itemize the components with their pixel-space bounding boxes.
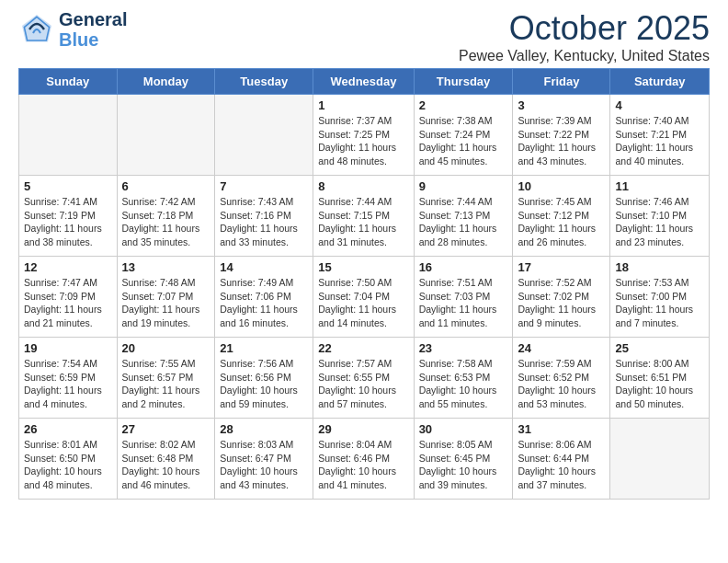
day-info: Sunrise: 7:38 AM Sunset: 7:24 PM Dayligh… [419, 114, 508, 168]
day-number: 21 [220, 341, 308, 355]
day-info: Sunrise: 7:43 AM Sunset: 7:16 PM Dayligh… [220, 195, 308, 249]
day-info: Sunrise: 8:01 AM Sunset: 6:50 PM Dayligh… [24, 438, 112, 492]
day-info: Sunrise: 7:47 AM Sunset: 7:09 PM Dayligh… [24, 276, 112, 330]
day-info: Sunrise: 7:44 AM Sunset: 7:15 PM Dayligh… [318, 195, 408, 249]
calendar-table: SundayMondayTuesdayWednesdayThursdayFrid… [18, 68, 710, 500]
calendar-day-header: Saturday [610, 69, 710, 95]
day-info: Sunrise: 8:04 AM Sunset: 6:46 PM Dayligh… [318, 438, 408, 492]
day-number: 23 [419, 341, 508, 355]
calendar-cell: 14Sunrise: 7:49 AM Sunset: 7:06 PM Dayli… [215, 257, 313, 338]
day-number: 5 [24, 179, 112, 193]
logo-general: General [59, 9, 127, 29]
calendar-cell: 12Sunrise: 7:47 AM Sunset: 7:09 PM Dayli… [19, 257, 118, 338]
calendar-week-row: 5Sunrise: 7:41 AM Sunset: 7:19 PM Daylig… [19, 176, 710, 257]
calendar-cell: 24Sunrise: 7:59 AM Sunset: 6:52 PM Dayli… [513, 338, 610, 419]
calendar-cell [610, 419, 710, 500]
day-info: Sunrise: 7:49 AM Sunset: 7:06 PM Dayligh… [220, 276, 308, 330]
day-number: 1 [318, 98, 408, 112]
day-info: Sunrise: 7:52 AM Sunset: 7:02 PM Dayligh… [518, 276, 605, 330]
calendar-week-row: 19Sunrise: 7:54 AM Sunset: 6:59 PM Dayli… [19, 338, 710, 419]
calendar-day-header: Wednesday [313, 69, 414, 95]
day-number: 2 [419, 98, 508, 112]
calendar-cell: 28Sunrise: 8:03 AM Sunset: 6:47 PM Dayli… [215, 419, 313, 500]
day-info: Sunrise: 7:40 AM Sunset: 7:21 PM Dayligh… [615, 114, 704, 168]
day-info: Sunrise: 8:06 AM Sunset: 6:44 PM Dayligh… [518, 438, 605, 492]
calendar-cell: 11Sunrise: 7:46 AM Sunset: 7:10 PM Dayli… [610, 176, 710, 257]
day-info: Sunrise: 8:02 AM Sunset: 6:48 PM Dayligh… [122, 438, 210, 492]
calendar-cell: 6Sunrise: 7:42 AM Sunset: 7:18 PM Daylig… [117, 176, 215, 257]
calendar-cell: 25Sunrise: 8:00 AM Sunset: 6:51 PM Dayli… [610, 338, 710, 419]
calendar-cell: 21Sunrise: 7:56 AM Sunset: 6:56 PM Dayli… [215, 338, 313, 419]
calendar-day-header: Friday [513, 69, 610, 95]
day-number: 15 [318, 260, 408, 274]
day-info: Sunrise: 7:42 AM Sunset: 7:18 PM Dayligh… [122, 195, 210, 249]
calendar-day-header: Sunday [19, 69, 118, 95]
day-number: 12 [24, 260, 112, 274]
calendar-cell [117, 95, 215, 176]
day-info: Sunrise: 7:45 AM Sunset: 7:12 PM Dayligh… [518, 195, 605, 249]
calendar-cell: 26Sunrise: 8:01 AM Sunset: 6:50 PM Dayli… [19, 419, 118, 500]
calendar-cell: 9Sunrise: 7:44 AM Sunset: 7:13 PM Daylig… [414, 176, 513, 257]
day-number: 26 [24, 422, 112, 436]
day-number: 27 [122, 422, 210, 436]
calendar-cell: 5Sunrise: 7:41 AM Sunset: 7:19 PM Daylig… [19, 176, 118, 257]
logo-text-block: General Blue [59, 9, 127, 50]
day-number: 30 [419, 422, 508, 436]
calendar-cell: 27Sunrise: 8:02 AM Sunset: 6:48 PM Dayli… [117, 419, 215, 500]
calendar-cell: 7Sunrise: 7:43 AM Sunset: 7:16 PM Daylig… [215, 176, 313, 257]
day-number: 29 [318, 422, 408, 436]
calendar-day-header: Tuesday [215, 69, 313, 95]
calendar-cell: 8Sunrise: 7:44 AM Sunset: 7:15 PM Daylig… [313, 176, 414, 257]
day-number: 20 [122, 341, 210, 355]
calendar-cell: 20Sunrise: 7:55 AM Sunset: 6:57 PM Dayli… [117, 338, 215, 419]
calendar-day-header: Thursday [414, 69, 513, 95]
calendar-cell: 2Sunrise: 7:38 AM Sunset: 7:24 PM Daylig… [414, 95, 513, 176]
calendar-cell: 18Sunrise: 7:53 AM Sunset: 7:00 PM Dayli… [610, 257, 710, 338]
logo: General Blue [18, 9, 127, 50]
day-info: Sunrise: 7:46 AM Sunset: 7:10 PM Dayligh… [615, 195, 704, 249]
calendar-week-row: 1Sunrise: 7:37 AM Sunset: 7:25 PM Daylig… [19, 95, 710, 176]
calendar-cell [19, 95, 118, 176]
location: Pewee Valley, Kentucky, United States [459, 48, 710, 64]
day-info: Sunrise: 7:54 AM Sunset: 6:59 PM Dayligh… [24, 357, 112, 411]
day-info: Sunrise: 7:39 AM Sunset: 7:22 PM Dayligh… [518, 114, 605, 168]
month-title: October 2025 [459, 9, 710, 48]
calendar-cell: 16Sunrise: 7:51 AM Sunset: 7:03 PM Dayli… [414, 257, 513, 338]
calendar-cell: 31Sunrise: 8:06 AM Sunset: 6:44 PM Dayli… [513, 419, 610, 500]
day-info: Sunrise: 7:56 AM Sunset: 6:56 PM Dayligh… [220, 357, 308, 411]
day-number: 28 [220, 422, 308, 436]
calendar-cell [215, 95, 313, 176]
day-number: 4 [615, 98, 704, 112]
day-number: 25 [615, 341, 704, 355]
day-info: Sunrise: 7:58 AM Sunset: 6:53 PM Dayligh… [419, 357, 508, 411]
page-container: General Blue October 2025 Pewee Valley, … [0, 0, 728, 509]
calendar-day-header: Monday [117, 69, 215, 95]
day-number: 17 [518, 260, 605, 274]
calendar-cell: 30Sunrise: 8:05 AM Sunset: 6:45 PM Dayli… [414, 419, 513, 500]
calendar-cell: 1Sunrise: 7:37 AM Sunset: 7:25 PM Daylig… [313, 95, 414, 176]
day-number: 9 [419, 179, 508, 193]
day-number: 31 [518, 422, 605, 436]
day-info: Sunrise: 7:59 AM Sunset: 6:52 PM Dayligh… [518, 357, 605, 411]
day-number: 22 [318, 341, 408, 355]
day-number: 7 [220, 179, 308, 193]
calendar-cell: 4Sunrise: 7:40 AM Sunset: 7:21 PM Daylig… [610, 95, 710, 176]
day-info: Sunrise: 8:05 AM Sunset: 6:45 PM Dayligh… [419, 438, 508, 492]
day-info: Sunrise: 7:37 AM Sunset: 7:25 PM Dayligh… [318, 114, 408, 168]
title-block: October 2025 Pewee Valley, Kentucky, Uni… [459, 9, 710, 64]
day-number: 8 [318, 179, 408, 193]
calendar-cell: 3Sunrise: 7:39 AM Sunset: 7:22 PM Daylig… [513, 95, 610, 176]
day-info: Sunrise: 8:00 AM Sunset: 6:51 PM Dayligh… [615, 357, 704, 411]
calendar-week-row: 26Sunrise: 8:01 AM Sunset: 6:50 PM Dayli… [19, 419, 710, 500]
day-number: 11 [615, 179, 704, 193]
day-number: 19 [24, 341, 112, 355]
day-number: 3 [518, 98, 605, 112]
header: General Blue October 2025 Pewee Valley, … [18, 9, 710, 64]
day-info: Sunrise: 7:41 AM Sunset: 7:19 PM Dayligh… [24, 195, 112, 249]
calendar-header-row: SundayMondayTuesdayWednesdayThursdayFrid… [19, 69, 710, 95]
calendar-cell: 17Sunrise: 7:52 AM Sunset: 7:02 PM Dayli… [513, 257, 610, 338]
day-info: Sunrise: 7:57 AM Sunset: 6:55 PM Dayligh… [318, 357, 408, 411]
day-number: 18 [615, 260, 704, 274]
calendar-cell: 13Sunrise: 7:48 AM Sunset: 7:07 PM Dayli… [117, 257, 215, 338]
day-number: 16 [419, 260, 508, 274]
